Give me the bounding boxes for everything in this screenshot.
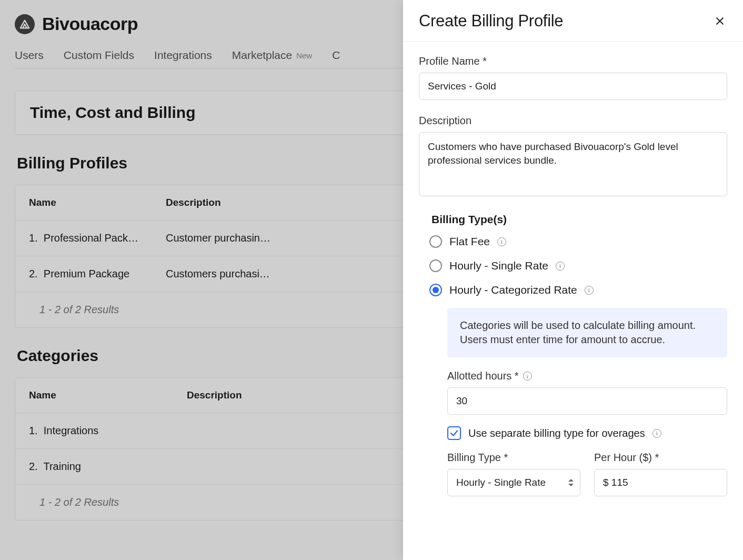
billing-types-header: Billing Type(s): [431, 213, 727, 226]
billing-type-label: Billing Type *: [447, 452, 580, 464]
checkbox-label: Use separate billing type for overages: [468, 427, 645, 439]
info-icon[interactable]: [652, 429, 661, 438]
allotted-hours-field: Allotted hours *: [447, 370, 727, 415]
description-field: Description: [419, 115, 727, 198]
profile-name-input[interactable]: [419, 73, 727, 100]
radio-icon: [429, 235, 442, 248]
radio-icon: [429, 259, 442, 272]
drawer-title: Create Billing Profile: [419, 12, 563, 31]
description-input[interactable]: [419, 132, 727, 196]
billing-type-select[interactable]: [447, 469, 580, 496]
check-icon: [449, 428, 459, 438]
allotted-hours-input[interactable]: [447, 387, 727, 415]
radio-label: Hourly - Categorized Rate: [449, 284, 577, 296]
info-icon[interactable]: [497, 237, 506, 246]
info-icon[interactable]: [556, 262, 565, 271]
description-label: Description: [419, 115, 727, 127]
per-hour-label: Per Hour ($) *: [594, 452, 727, 464]
drawer-header: Create Billing Profile: [403, 0, 743, 42]
radio-flat-fee[interactable]: Flat Fee: [429, 235, 727, 248]
profile-name-label: Profile Name *: [419, 55, 727, 67]
radio-icon: [429, 284, 442, 296]
radio-label: Hourly - Single Rate: [449, 259, 548, 272]
label-text: Allotted hours *: [447, 370, 519, 382]
profile-name-field: Profile Name *: [419, 55, 727, 100]
overage-config-row: Billing Type * Per Hour ($) *: [447, 452, 727, 496]
overage-checkbox-row[interactable]: Use separate billing type for overages: [447, 426, 727, 440]
per-hour-field: Per Hour ($) *: [594, 452, 727, 496]
create-billing-profile-drawer: Create Billing Profile Profile Name * De…: [403, 0, 743, 560]
allotted-hours-label: Allotted hours *: [447, 370, 727, 382]
categorized-callout: Categories will be used to calculate bil…: [447, 308, 727, 357]
categorized-subfields: Allotted hours * Use separate billing ty…: [447, 370, 727, 496]
radio-hourly-categorized[interactable]: Hourly - Categorized Rate: [429, 284, 727, 296]
drawer-body: Profile Name * Description Billing Type(…: [403, 42, 743, 560]
radio-hourly-single[interactable]: Hourly - Single Rate: [429, 259, 727, 272]
radio-label: Flat Fee: [449, 235, 490, 248]
checkbox-icon: [447, 426, 461, 440]
info-icon[interactable]: [523, 372, 532, 381]
info-icon[interactable]: [585, 286, 594, 295]
billing-type-field: Billing Type *: [447, 452, 580, 496]
close-button[interactable]: [712, 14, 727, 28]
close-icon: [715, 16, 725, 26]
per-hour-input[interactable]: [594, 469, 727, 496]
